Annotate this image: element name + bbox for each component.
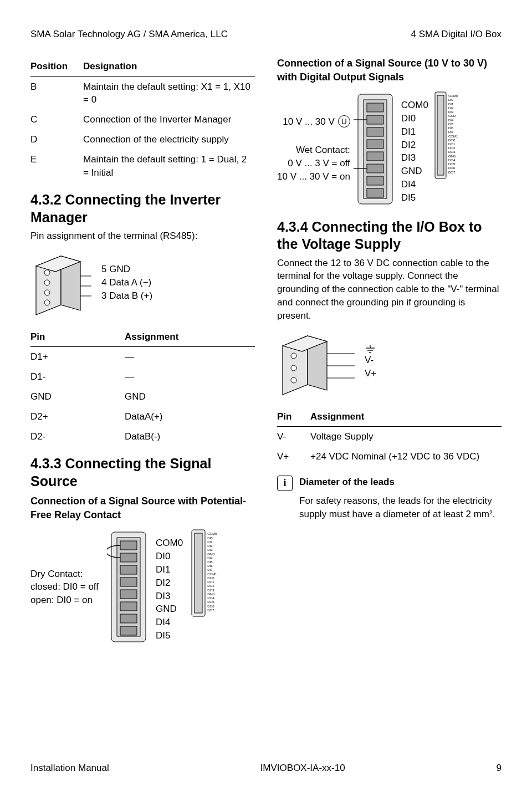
table-row: D1-— — [30, 367, 255, 387]
terminal-8-icon — [354, 91, 398, 207]
svg-rect-30 — [367, 176, 383, 185]
svg-rect-26 — [367, 127, 383, 136]
svg-point-39 — [291, 377, 296, 383]
term-label: DI2 — [156, 576, 183, 590]
info-icon: i — [277, 476, 293, 491]
table-row: EMaintain the default setting: 1 = Dual,… — [30, 150, 255, 183]
svg-rect-29 — [367, 164, 383, 173]
term-label: COM0 — [401, 99, 428, 112]
svg-rect-19 — [120, 626, 137, 635]
svg-point-5 — [44, 290, 50, 295]
term-label: DI2 — [401, 139, 428, 152]
connector-icon — [30, 249, 91, 316]
svg-rect-27 — [367, 140, 383, 149]
sec-434-body: Connect the 12 to 36 V DC connection cab… — [277, 257, 502, 323]
svg-rect-15 — [120, 578, 137, 586]
dry-line: Dry Contact: — [30, 568, 103, 581]
positions-head-0: Position — [30, 57, 83, 76]
svg-point-37 — [291, 353, 296, 359]
info-body: For safety reasons, the leads for the el… — [299, 494, 502, 521]
pin-label: 3 Data B (+) — [101, 289, 152, 303]
svg-rect-24 — [367, 103, 383, 112]
footer-left: Installation Manual — [30, 762, 109, 775]
pin-head-0: Pin — [30, 327, 125, 347]
svg-rect-21 — [195, 533, 202, 613]
left-column: Position Designation BMaintain the defau… — [30, 57, 255, 657]
figure-voltage: V- V+ — [277, 329, 502, 396]
wet-line: 10 V ... 30 V = on — [277, 170, 350, 183]
svg-point-6 — [44, 300, 50, 305]
positions-head-1: Designation — [83, 57, 255, 76]
header-right: 4 SMA Digital I/O Box — [411, 28, 502, 41]
term-label: DI3 — [401, 151, 428, 165]
footer-right: 9 — [497, 762, 502, 775]
positions-table: Position Designation BMaintain the defau… — [30, 57, 255, 183]
vpin-head-1: Assignment — [310, 407, 502, 427]
terminal-8-icon — [107, 529, 151, 645]
svg-rect-12 — [120, 541, 137, 550]
fig-label: V+ — [365, 367, 376, 380]
figure-wet-contact: 10 V ... 30 V U Wet Contact: 0 V ... 3 V… — [277, 91, 502, 207]
right-column: Connection of a Signal Source (10 V to 3… — [277, 57, 502, 657]
module-icon — [434, 91, 447, 180]
sec-432-sub: Pin assignment of the terminal (RS485): — [30, 229, 255, 243]
figure-dry-contact: Dry Contact: closed: DI0 = off open: DI0… — [30, 529, 255, 645]
page-header: SMA Solar Technology AG / SMA America, L… — [30, 28, 502, 41]
term-label: DI1 — [156, 563, 183, 576]
svg-rect-28 — [367, 152, 383, 161]
table-row: V-Voltage Supply — [277, 427, 502, 447]
footer-center: IMVIOBOX-IA-xx-10 — [260, 762, 345, 775]
ground-icon — [365, 345, 376, 354]
svg-rect-31 — [367, 188, 383, 197]
pin-label: 4 Data A (−) — [101, 276, 152, 289]
term-label: DI5 — [401, 191, 428, 205]
term-label: DI3 — [156, 590, 183, 603]
table-row: DConnection of the electricity supply — [30, 130, 255, 150]
svg-rect-13 — [120, 553, 137, 562]
svg-point-38 — [291, 365, 296, 371]
header-left: SMA Solar Technology AG / SMA America, L… — [30, 28, 228, 41]
svg-rect-25 — [367, 115, 383, 124]
term-label: DI5 — [156, 629, 183, 642]
svg-rect-18 — [120, 614, 137, 623]
term-label: GND — [401, 165, 428, 178]
figure-rs485: 5 GND 4 Data A (−) 3 Data B (+) — [30, 249, 255, 316]
pin-head-1: Assignment — [125, 327, 255, 347]
sec-434-title: 4.3.4 Connecting the I/O Box to the Volt… — [277, 218, 502, 253]
wet-line: Wet Contact: — [277, 144, 350, 157]
page-footer: Installation Manual IMVIOBOX-IA-xx-10 9 — [30, 762, 502, 775]
module-icon — [191, 529, 206, 617]
table-row: D1+— — [30, 347, 255, 367]
connector-icon — [277, 329, 355, 396]
svg-rect-16 — [120, 590, 137, 599]
info-title: Diameter of the leads — [299, 476, 502, 489]
fig-label: V- — [365, 354, 376, 367]
term-label: DI0 — [156, 550, 183, 563]
term-label: GND — [156, 602, 183, 616]
wet-line: 0 V ... 3 V = off — [277, 157, 350, 170]
term-label: DI0 — [401, 112, 428, 125]
vpin-head-0: Pin — [277, 407, 310, 427]
pin-label: 5 GND — [101, 263, 152, 276]
info-block: i Diameter of the leads For safety reaso… — [277, 476, 502, 527]
wet-line: 10 V ... 30 V — [283, 115, 335, 129]
tiny-labels: COM0DI0 DI1DI2 DI3GND DI4DI5 DI6DI7 COM1… — [448, 91, 458, 174]
term-label: COM0 — [156, 537, 183, 550]
svg-rect-17 — [120, 602, 137, 611]
voltage-pin-table: Pin Assignment V-Voltage Supply V++24 VD… — [277, 407, 502, 467]
table-row: CConnection of the Inverter Manager — [30, 110, 255, 130]
dry-line: open: DI0 = on — [30, 594, 103, 607]
sec-433-sub1: Connection of a Signal Source with Poten… — [30, 494, 255, 522]
term-label: DI4 — [156, 616, 183, 629]
body-columns: Position Designation BMaintain the defau… — [30, 57, 502, 657]
table-row: GNDGND — [30, 387, 255, 407]
sec-433-title: 4.3.3 Connecting the Signal Source — [30, 455, 255, 490]
dry-line: closed: DI0 = off — [30, 580, 103, 594]
svg-point-3 — [44, 270, 50, 275]
table-row: V++24 VDC Nominal (+12 VDC to 36 VDC) — [277, 447, 502, 467]
svg-rect-14 — [120, 565, 137, 574]
term-label: DI4 — [401, 178, 428, 191]
sec-432-title: 4.3.2 Connecting the Inverter Manager — [30, 191, 255, 226]
voltage-source-icon: U — [338, 115, 350, 127]
table-row: BMaintain the default setting: X1 = 1, X… — [30, 76, 255, 110]
